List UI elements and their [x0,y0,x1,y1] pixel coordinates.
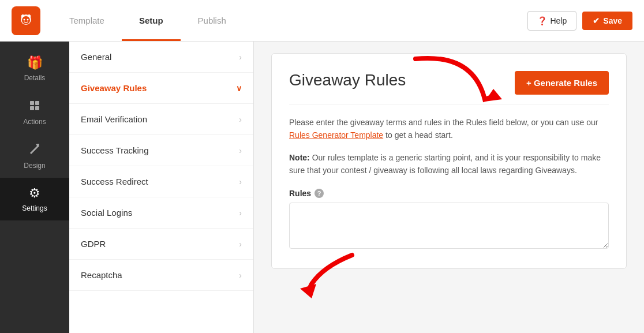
rules-textarea[interactable] [289,203,609,249]
sidebar: 🎁 Details Actions [0,42,69,333]
svg-rect-8 [30,106,34,110]
secondary-navigation: General › Giveaway Rules ∨ Email Verific… [69,42,254,333]
chevron-right-icon: › [239,53,242,62]
main-layout: 🎁 Details Actions [0,42,644,333]
nav-actions: ❓ Help ✔ Save [527,11,633,31]
settings-icon: ⚙ [29,186,40,201]
svg-point-10 [37,144,39,146]
chevron-down-icon: ∨ [236,84,242,93]
nav-item-email-verification[interactable]: Email Verification › [69,104,253,135]
nav-item-general[interactable]: General › [69,42,253,73]
content-card: Giveaway Rules + Generate Rules Please e… [271,53,627,269]
sidebar-item-details[interactable]: 🎁 Details [0,47,69,90]
chevron-right-icon: › [239,177,242,186]
rules-generator-link[interactable]: Rules Generator Template [289,130,383,140]
rules-label: Rules ? [289,189,609,198]
description-text: Please enter the giveaway terms and rule… [289,116,609,142]
sidebar-item-design[interactable]: Design [0,134,69,178]
rules-help-icon[interactable]: ? [314,189,324,198]
chevron-right-icon: › [239,115,242,124]
chevron-right-icon: › [239,240,242,249]
gift-icon: 🎁 [27,55,43,70]
checkmark-icon: ✔ [593,16,600,25]
chevron-right-icon: › [239,146,242,155]
tab-setup[interactable]: Setup [122,0,181,41]
save-button[interactable]: ✔ Save [582,12,632,30]
nav-tabs: Template Setup Publish [52,0,527,41]
help-button[interactable]: ❓ Help [527,11,577,31]
svg-point-4 [24,18,25,20]
help-icon: ❓ [537,16,547,25]
content-header: Giveaway Rules + Generate Rules [289,71,609,104]
actions-icon [28,98,41,114]
tab-publish[interactable]: Publish [181,0,244,41]
nav-item-success-tracking[interactable]: Success Tracking › [69,135,253,166]
chevron-right-icon: › [239,271,242,280]
nav-item-recaptcha[interactable]: Recaptcha › [69,260,253,291]
design-icon [28,142,41,158]
sidebar-item-actions[interactable]: Actions [0,90,69,134]
svg-marker-12 [300,284,316,298]
generate-rules-button[interactable]: + Generate Rules [515,71,609,95]
svg-point-5 [27,18,29,20]
sidebar-item-settings[interactable]: ⚙ Settings [0,178,69,220]
svg-rect-7 [35,101,39,105]
svg-rect-6 [30,101,34,105]
note-text: Note: Our rules template is a generic st… [289,151,609,177]
chevron-right-icon: › [239,208,242,218]
nav-item-social-logins[interactable]: Social Logins › [69,197,253,229]
page-title: Giveaway Rules [289,71,406,89]
content-area: Giveaway Rules + Generate Rules Please e… [254,42,644,333]
nav-item-gdpr[interactable]: GDPR › [69,229,253,260]
svg-point-3 [22,16,30,24]
nav-item-success-redirect[interactable]: Success Redirect › [69,166,253,197]
app-logo [12,6,40,35]
top-navigation: Template Setup Publish ❓ Help ✔ Save [0,0,644,42]
nav-item-giveaway-rules[interactable]: Giveaway Rules ∨ [69,73,253,104]
svg-rect-9 [35,106,39,110]
tab-template[interactable]: Template [52,0,122,41]
